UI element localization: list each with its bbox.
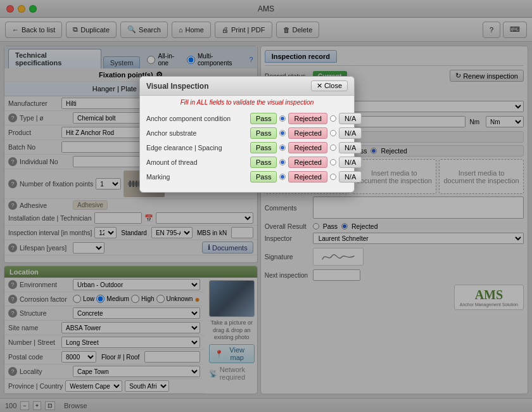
modal-row-4: Amount of thread Pass Rejected N/A xyxy=(146,157,348,168)
modal-close-button[interactable]: ✕ Close xyxy=(311,80,348,91)
edge-clearance-rejected-btn[interactable]: Rejected xyxy=(288,142,327,153)
marking-na-radio[interactable] xyxy=(330,174,336,180)
anchor-substrate-rejected-radio[interactable] xyxy=(279,130,286,136)
modal-subtitle: Fill in ALL fields to validate the visua… xyxy=(140,96,354,109)
anchor-substrate-na-radio[interactable] xyxy=(330,130,336,136)
anchor-condition-rejected-btn[interactable]: Rejected xyxy=(288,113,327,124)
anchor-substrate-options: Pass Rejected N/A xyxy=(250,127,362,139)
modal-row-3: Edge clearance | Spacing Pass Rejected N… xyxy=(146,142,348,153)
amount-thread-na-radio[interactable] xyxy=(330,159,336,165)
edge-clearance-na-btn[interactable]: N/A xyxy=(339,142,362,153)
marking-options: Pass Rejected N/A xyxy=(250,171,362,183)
amount-thread-na-btn[interactable]: N/A xyxy=(339,157,362,168)
modal-row-1: Anchor component condition Pass Rejected… xyxy=(146,113,348,124)
marking-rejected-btn[interactable]: Rejected xyxy=(288,171,327,183)
modal-body: Anchor component condition Pass Rejected… xyxy=(140,109,354,192)
amount-thread-rejected-radio[interactable] xyxy=(279,159,286,165)
close-icon: ✕ xyxy=(317,82,322,89)
anchor-condition-pass-btn[interactable]: Pass xyxy=(250,113,277,124)
edge-clearance-rejected-radio[interactable] xyxy=(279,145,286,151)
anchor-condition-rejected-radio[interactable] xyxy=(279,115,286,122)
amount-thread-rejected-btn[interactable]: Rejected xyxy=(288,157,327,168)
marking-na-btn[interactable]: N/A xyxy=(339,171,362,183)
anchor-condition-na-btn[interactable]: N/A xyxy=(339,113,362,124)
edge-clearance-options: Pass Rejected N/A xyxy=(250,142,362,153)
anchor-substrate-na-btn[interactable]: N/A xyxy=(339,127,362,139)
modal-overlay[interactable] xyxy=(0,0,532,412)
modal-row-2: Anchor substrate Pass Rejected N/A xyxy=(146,127,348,139)
edge-clearance-pass-btn[interactable]: Pass xyxy=(250,142,277,153)
modal-header: Visual Inspection ✕ Close xyxy=(140,77,354,96)
amount-thread-options: Pass Rejected N/A xyxy=(250,157,362,168)
modal-title: Visual Inspection xyxy=(146,82,208,91)
edge-clearance-na-radio[interactable] xyxy=(330,145,336,151)
marking-pass-btn[interactable]: Pass xyxy=(250,171,277,183)
anchor-condition-na-radio[interactable] xyxy=(330,115,336,122)
visual-inspection-modal: Visual Inspection ✕ Close Fill in ALL fi… xyxy=(139,76,355,193)
marking-rejected-radio[interactable] xyxy=(279,174,286,180)
amount-thread-pass-btn[interactable]: Pass xyxy=(250,157,277,168)
anchor-substrate-pass-btn[interactable]: Pass xyxy=(250,127,277,139)
anchor-substrate-rejected-btn[interactable]: Rejected xyxy=(288,127,327,139)
modal-row-5: Marking Pass Rejected N/A xyxy=(146,171,348,183)
anchor-condition-options: Pass Rejected N/A xyxy=(250,113,362,124)
